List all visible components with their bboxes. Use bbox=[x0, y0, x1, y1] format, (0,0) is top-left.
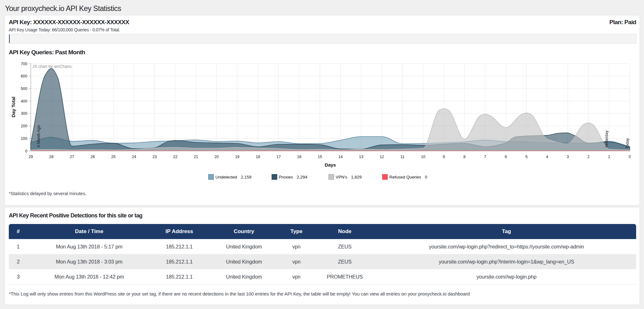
svg-text:5: 5 bbox=[525, 155, 528, 159]
svg-text:10: 10 bbox=[421, 155, 425, 159]
svg-text:15: 15 bbox=[318, 155, 322, 159]
svg-text:200: 200 bbox=[21, 124, 27, 128]
svg-text:0: 0 bbox=[629, 155, 631, 159]
svg-text:14: 14 bbox=[338, 155, 343, 159]
svg-text:3: 3 bbox=[567, 155, 569, 159]
svg-text:Day Total: Day Total bbox=[11, 97, 16, 117]
svg-text:400: 400 bbox=[21, 99, 27, 104]
svg-text:16: 16 bbox=[297, 155, 301, 159]
svg-text:0: 0 bbox=[25, 149, 27, 153]
svg-text:300: 300 bbox=[21, 111, 27, 116]
svg-text:19: 19 bbox=[235, 155, 240, 159]
svg-text:28: 28 bbox=[49, 155, 54, 159]
svg-text:9: 9 bbox=[443, 155, 445, 159]
svg-text:JS chart by amCharts: JS chart by amCharts bbox=[32, 64, 72, 69]
svg-text:26: 26 bbox=[90, 155, 95, 159]
svg-text:Days: Days bbox=[325, 162, 336, 168]
svg-text:24: 24 bbox=[132, 155, 136, 159]
svg-text:6: 6 bbox=[505, 155, 507, 159]
svg-text:4: 4 bbox=[546, 155, 548, 159]
svg-text:500: 500 bbox=[21, 87, 27, 91]
svg-text:100: 100 bbox=[21, 136, 27, 141]
svg-text:1: 1 bbox=[608, 155, 610, 159]
svg-text:7: 7 bbox=[484, 155, 486, 159]
svg-text:13: 13 bbox=[359, 155, 363, 159]
svg-text:8: 8 bbox=[463, 155, 466, 159]
svg-text:21: 21 bbox=[194, 155, 198, 159]
svg-text:A Month Ago: A Month Ago bbox=[36, 125, 41, 147]
svg-text:Yesterday: Yesterday bbox=[604, 130, 609, 148]
svg-text:25: 25 bbox=[111, 155, 116, 159]
svg-text:600: 600 bbox=[21, 74, 27, 78]
svg-text:18: 18 bbox=[256, 155, 260, 159]
svg-text:12: 12 bbox=[380, 155, 384, 159]
svg-text:Today: Today bbox=[625, 138, 630, 149]
svg-text:11: 11 bbox=[400, 155, 404, 159]
svg-text:2: 2 bbox=[587, 155, 590, 159]
svg-text:20: 20 bbox=[214, 155, 219, 159]
svg-text:700: 700 bbox=[21, 62, 27, 66]
svg-text:17: 17 bbox=[276, 155, 281, 159]
svg-text:22: 22 bbox=[173, 155, 177, 159]
svg-text:23: 23 bbox=[152, 155, 157, 159]
svg-text:27: 27 bbox=[70, 155, 74, 159]
svg-text:29: 29 bbox=[29, 155, 33, 159]
